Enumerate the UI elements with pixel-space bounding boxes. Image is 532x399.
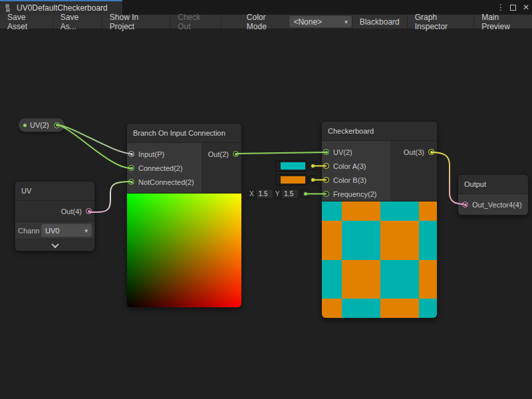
channel-dropdown[interactable]: UV0 ▾ — [41, 224, 92, 237]
color-a-swatch[interactable] — [281, 162, 305, 170]
shadergraph-icon — [5, 4, 13, 12]
check-out-button[interactable]: Check Out — [170, 15, 221, 29]
x-label: X — [249, 190, 254, 198]
chevron-down-icon — [51, 240, 59, 247]
main-preview-toggle-button[interactable]: Main Preview — [473, 15, 532, 29]
color-b-swatch-field[interactable] — [275, 174, 307, 186]
uv-node[interactable]: UV Out(4) Channe UV0 ▾ — [15, 181, 95, 251]
port-label: Out_Vector4(4) — [472, 201, 522, 209]
collapse-preview-button[interactable] — [15, 239, 94, 251]
node-title: Output — [464, 180, 486, 188]
maximize-icon[interactable] — [510, 5, 516, 11]
checkerboard-node[interactable]: Checkerboard UV(2) Color A(3) Color B(3)… — [321, 121, 438, 319]
port-label: Out(3) — [404, 148, 424, 156]
output-node[interactable]: Output Out_Vector4(4) — [458, 174, 529, 215]
save-as-button[interactable]: Save As... — [53, 15, 102, 29]
uv-gradient-preview — [127, 193, 241, 307]
checkerboard-preview — [322, 201, 437, 318]
port-label: Input(P) — [138, 150, 164, 158]
dropdown-arrow-icon: ▾ — [344, 19, 348, 25]
node-header: Output — [458, 175, 528, 194]
color-b-swatch[interactable] — [281, 176, 305, 184]
port-label: UV(2) — [333, 148, 352, 156]
window-menu-icon[interactable]: ⋮ — [497, 3, 503, 12]
port-label: Color A(3) — [333, 162, 366, 170]
node-header: Checkerboard — [322, 122, 437, 141]
node-header: UV — [15, 182, 94, 201]
node-title: UV — [21, 187, 31, 195]
tab-title: UV0DefaultCheckerboard — [17, 3, 108, 13]
show-in-project-button[interactable]: Show In Project — [102, 15, 170, 29]
node-header: Branch On Input Connection — [127, 124, 241, 143]
port-label: Out(4) — [61, 207, 82, 215]
graph-inspector-toggle-button[interactable]: Graph Inspector — [407, 15, 473, 29]
channel-label: Channe — [18, 227, 40, 235]
node-title: Branch On Input Connection — [133, 129, 225, 137]
save-asset-button[interactable]: Save Asset — [0, 15, 53, 29]
branch-on-input-connection-node[interactable]: Branch On Input Connection Input(P) Conn… — [126, 123, 242, 308]
frequency-y-input[interactable] — [282, 190, 298, 198]
color-mode-dropdown[interactable]: <None> ▾ — [289, 16, 351, 27]
blackboard-toggle-button[interactable]: Blackboard — [352, 15, 407, 29]
dropdown-arrow-icon: ▾ — [84, 227, 88, 234]
color-a-swatch-field[interactable] — [275, 160, 307, 172]
port-label: Connected(2) — [138, 164, 183, 172]
property-label: UV(2) — [30, 121, 49, 129]
edge-uv-to-connected[interactable] — [58, 125, 131, 168]
port-label: Frequency(2) — [333, 190, 376, 198]
uv-out-port[interactable] — [86, 208, 92, 214]
port-label: NotConnected(2) — [138, 178, 194, 186]
color-mode-label: Color Mode — [243, 15, 290, 29]
close-icon[interactable]: ✕ — [523, 3, 529, 12]
shader-graph-toolbar: Save Asset Save As... Show In Project Ch… — [0, 15, 532, 29]
property-type-dot — [23, 124, 27, 127]
edge-uvnode-to-notconnected[interactable] — [89, 182, 131, 212]
node-title: Checkerboard — [328, 127, 374, 135]
y-label: Y — [275, 190, 280, 198]
edge-branch-to-checkerboard[interactable] — [235, 152, 326, 154]
port-label: Color B(3) — [333, 176, 366, 184]
frequency-field-group: X Y — [246, 188, 301, 200]
port-label: Out(2) — [208, 150, 229, 158]
frequency-x-input[interactable] — [257, 190, 273, 198]
